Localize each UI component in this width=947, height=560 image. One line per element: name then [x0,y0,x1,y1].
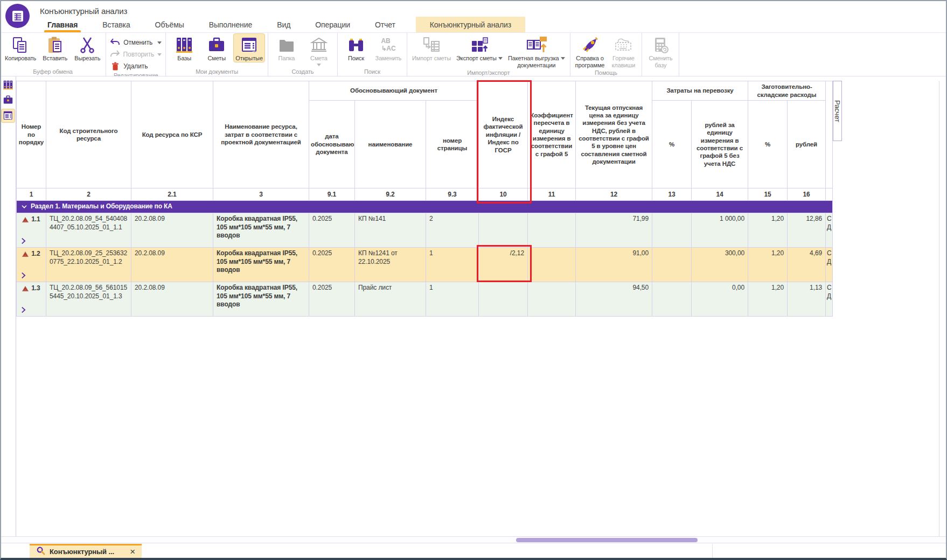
tab-operations[interactable]: Операции [311,17,354,32]
button-label: Экспорт сметы [456,55,497,62]
cell-transport_rub[interactable]: 0,00 [692,282,748,317]
cell-transport_rub[interactable]: 1 000,00 [692,213,748,248]
tab-insert[interactable]: Вставка [98,17,134,32]
cell-transport_pct[interactable] [652,248,692,282]
button-label: Смета [310,55,328,62]
cell-doc_page[interactable]: 1 [426,282,479,317]
horizontal-scrollbar[interactable] [0,536,947,543]
undo-button[interactable]: Отменить [109,37,163,48]
cell-current_price[interactable]: 71,99 [576,213,652,248]
sidebar-databases-button[interactable] [2,79,15,92]
estimates-button[interactable]: Сметы [201,33,232,62]
section-label: Раздел 1. Материалы и Оборудование по КА [31,202,172,211]
cell-resource_name[interactable]: Коробка квадратная IP55, 105 мм*105 мм*5… [213,248,309,282]
cell-code[interactable]: ТЦ_20.2.08.09_56_5610155445_20.10.2025_0… [46,282,131,317]
cell-inflation_index[interactable] [479,282,528,317]
column-group-header: Обосновывающий документ [309,81,479,101]
close-icon[interactable]: × [130,547,135,556]
cell-transport_pct[interactable] [652,282,692,317]
cell-storage_pct[interactable]: 1,20 [748,213,788,248]
replace-button[interactable]: AB↳ACЗаменить [373,33,404,62]
cell-ksr_code[interactable]: 20.2.08.09 [131,248,213,282]
cell-current_price[interactable]: 91,00 [576,248,652,282]
sidebar-open-docs-button[interactable] [1,109,15,123]
cell-code[interactable]: ТЦ_20.2.08.09_54_5404084407_05.10.2025_0… [46,213,131,248]
cell-row-header[interactable]: 1.3 [17,282,46,317]
cell-storage_pct[interactable]: 1,20 [748,248,788,282]
tab-execution[interactable]: Выполнение [205,17,257,32]
cell-storage_pct[interactable]: 1,20 [748,282,788,317]
export-button[interactable]: Экспорт сметы [454,33,505,62]
cell-storage_rub[interactable]: 4,69 [788,248,826,282]
column-header: % [652,101,692,188]
folder-icon [277,35,296,55]
cell-doc_date[interactable]: 0.2025 [309,282,355,317]
tab-volumes[interactable]: Объёмы [151,17,189,32]
section-row[interactable]: Раздел 1. Материалы и Оборудование по КА [17,201,833,213]
cell-clipped[interactable]: С Д [826,213,833,248]
cell-clipped[interactable]: С Д [826,248,833,282]
column-header: наименование [355,101,426,188]
row-expand-button[interactable] [21,237,26,244]
change-database-button[interactable]: Сменитьбазу [645,33,676,69]
cell-inflation_index[interactable]: /2,12 [479,248,528,282]
cell-doc_date[interactable]: 0.2025 [309,213,355,248]
warning-icon [22,217,29,222]
tab-view[interactable]: Вид [273,17,295,32]
cell-storage_rub[interactable]: 12,86 [788,213,826,248]
ribbon-group-database: Сменитьбазу [642,33,679,76]
calculation-panel-tab[interactable]: Расчет [833,81,842,141]
cell-ksr_code[interactable]: 20.2.08.09 [131,282,213,317]
cell-doc_page[interactable]: 1 [426,248,479,282]
cell-inflation_index[interactable] [479,213,528,248]
cell-conversion_coeff[interactable] [528,282,576,317]
cell-transport_pct[interactable] [652,213,692,248]
cell-row-header[interactable]: 1.2 [17,248,46,282]
cell-current_price[interactable]: 94,50 [576,282,652,317]
tab-market-analysis[interactable]: Конъюнктурный анализ [416,17,525,32]
cell-transport_rub[interactable]: 300,00 [692,248,748,282]
column-number: 9.3 [426,188,479,201]
cell-doc_date[interactable]: 0.2025 [309,248,355,282]
row-expand-button[interactable] [21,306,26,313]
redo-button[interactable]: Повторить [109,49,163,60]
vertical-scrollbar-track[interactable] [939,81,939,536]
search-button[interactable]: Поиск [340,33,372,62]
cell-resource_name[interactable]: Коробка квадратная IP55, 105 мм*105 мм*5… [213,213,309,248]
cell-conversion_coeff[interactable] [528,248,576,282]
horizontal-scrollbar-thumb[interactable] [516,538,698,542]
tab-home[interactable]: Главная [43,17,82,32]
column-header: Код ресурса по КСР [131,81,213,188]
hotkeys-button[interactable]: Горячиеклавиши [608,33,639,69]
cell-doc_name[interactable]: КП №141 [355,213,426,248]
cell-doc_page[interactable]: 2 [426,213,479,248]
cell-conversion_coeff[interactable] [528,213,576,248]
folder-button[interactable]: Папка [271,33,302,62]
cell-clipped[interactable]: С Д [826,282,833,317]
databases-button[interactable]: Базы [169,33,200,62]
cell-storage_rub[interactable]: 1,13 [788,282,826,317]
cell-resource_name[interactable]: Коробка квадратная IP55, 105 мм*105 мм*5… [213,282,309,317]
cell-code[interactable]: ТЦ_20.2.08.09_25_2536320775_22.10.2025_0… [46,248,131,282]
help-button[interactable]: Справка опрограмме [573,33,607,69]
open-docs-button[interactable]: Открытые [233,33,265,62]
sidebar-estimates-button[interactable] [2,94,15,107]
batch-export-button[interactable]: Пакетная выгрузкадокументации [506,33,567,69]
cut-button[interactable]: Вырезать [72,33,103,62]
column-header: Номер по порядку [17,81,46,188]
copy-button[interactable]: Копировать [3,33,38,62]
cell-doc_name[interactable]: КП №1241 от 22.10.2025 [355,248,426,282]
import-button[interactable]: Импорт сметы [410,33,453,62]
cell-doc_name[interactable]: Прайс лист [355,282,426,317]
cell-ksr_code[interactable]: 20.2.08.09 [131,213,213,248]
estimate-create-button[interactable]: Смета [303,33,335,67]
paste-button[interactable]: Вставить [39,33,71,62]
search-doc-icon [36,546,45,557]
tab-report[interactable]: Отчет [371,17,400,32]
column-header: % [748,101,788,188]
row-expand-button[interactable] [21,272,26,279]
cell-row-header[interactable]: 1.1 [17,213,46,248]
delete-button[interactable]: Удалить [109,61,163,72]
document-tab-market-analysis[interactable]: Конъюнктурный ... × [30,544,142,558]
column-group-header: Заготовительно-складские расходы [748,81,826,101]
